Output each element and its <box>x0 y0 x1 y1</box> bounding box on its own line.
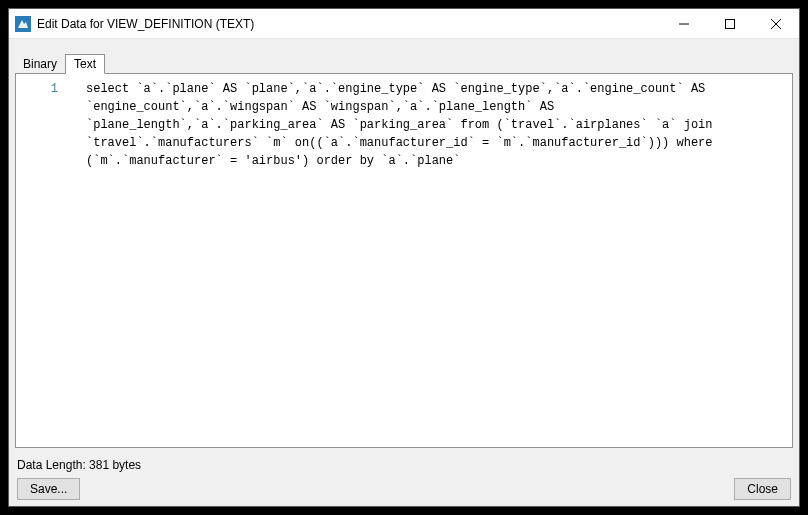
sql-text-area[interactable]: select `a`.`plane` AS `plane`,`a`.`engin… <box>66 74 792 447</box>
close-window-button[interactable] <box>753 9 799 38</box>
minimize-button[interactable] <box>661 9 707 38</box>
tab-binary[interactable]: Binary <box>15 55 65 73</box>
line-number: 1 <box>16 80 58 98</box>
tab-strip: Binary Text <box>15 51 793 73</box>
edit-data-window: Edit Data for VIEW_DEFINITION (TEXT) Bin… <box>8 8 800 507</box>
svg-rect-2 <box>726 19 735 28</box>
window-title: Edit Data for VIEW_DEFINITION (TEXT) <box>37 17 661 31</box>
status-text: Data Length: 381 bytes <box>15 448 793 476</box>
window-controls <box>661 9 799 38</box>
app-icon <box>15 16 31 32</box>
sql-editor[interactable]: 1 select `a`.`plane` AS `plane`,`a`.`eng… <box>16 74 792 447</box>
tab-text[interactable]: Text <box>65 54 105 74</box>
titlebar: Edit Data for VIEW_DEFINITION (TEXT) <box>9 9 799 39</box>
content-area: Binary Text 1 select `a`.`plane` AS `pla… <box>9 39 799 506</box>
save-button[interactable]: Save... <box>17 478 80 500</box>
button-row: Save... Close <box>15 476 793 500</box>
maximize-button[interactable] <box>707 9 753 38</box>
line-number-gutter: 1 <box>16 74 66 447</box>
text-tab-pane: 1 select `a`.`plane` AS `plane`,`a`.`eng… <box>15 73 793 448</box>
close-button[interactable]: Close <box>734 478 791 500</box>
